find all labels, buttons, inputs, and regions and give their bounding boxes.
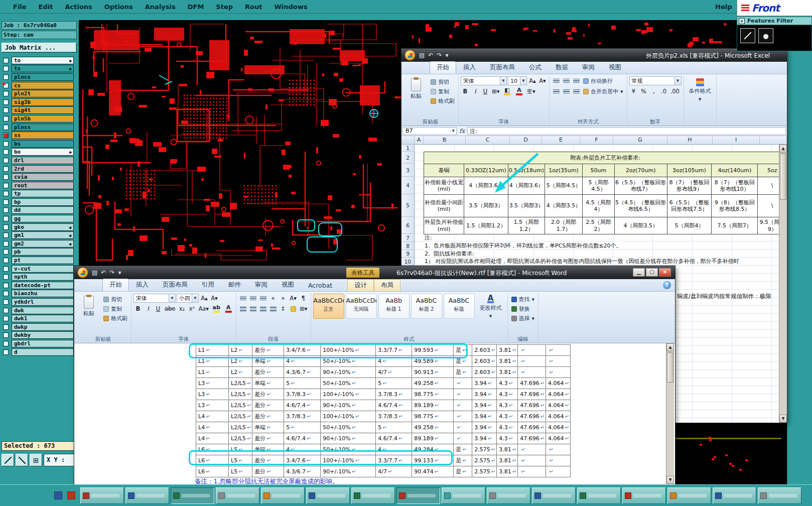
grow-font-button[interactable]: A▴ [200,294,209,303]
word-table-cell[interactable]: 47.696 [518,378,546,389]
layer-checkbox-bo[interactable] [3,149,9,155]
style-chip-3[interactable]: AaBb标题 1 [378,294,410,319]
word-table-cell[interactable]: 3.81 [497,444,518,455]
word-table-cell[interactable] [454,422,472,433]
layer-row-dd[interactable]: dd [0,206,79,215]
layer-row-pln2t[interactable]: pln2t [0,89,79,98]
font-size-select[interactable]: 10▼ [508,76,527,85]
align-right-icon[interactable] [572,87,581,96]
word-table-cell[interactable]: 4.6/7.4 [284,433,321,444]
menu-windows[interactable]: Windows [274,3,307,11]
word-vertical-scrollbar[interactable]: ▲ ▼ [666,343,674,484]
word-table-cell[interactable]: 3.81 [497,455,518,466]
word-table-cell[interactable]: L4 [196,411,229,422]
column-header-E[interactable]: E [542,136,580,144]
word-table-cell[interactable] [518,455,546,466]
column-header-B[interactable]: B [424,136,466,144]
taskbar-button-10[interactable] [487,487,530,504]
word-table-cell[interactable]: 3.94 [472,389,497,400]
layer-row-sig3b[interactable]: sig3b [0,98,79,106]
excel-cell[interactable]: 5（局部4.5） [583,177,615,195]
scroll-down-icon[interactable]: ▼ [666,476,674,484]
word-table-cell[interactable]: L3 [196,378,229,389]
layer-checkbox-gm2[interactable] [3,241,9,246]
conditional-formatting-button[interactable]: 条件格式 ▾ [686,76,714,102]
grid-view-button[interactable]: ⊞ [30,454,42,466]
layer-checkbox-sig4t[interactable] [3,107,9,113]
row-header-10[interactable]: 10 [401,258,414,266]
taskbar-button-12[interactable] [577,487,621,504]
word-table-cell[interactable]: 3.94 [472,411,497,422]
layer-checkbox-dwk[interactable] [3,308,9,313]
excel-tab-2[interactable]: 页面布局 [483,61,522,74]
cut-button[interactable]: 剪切 [102,295,129,304]
word-table-cell[interactable]: 差分 [252,433,284,444]
row-header-8[interactable]: 8 [401,242,414,250]
layer-row-to[interactable]: to◆ [0,56,79,65]
select-button[interactable]: 选择▾ [510,314,536,323]
excel-cell[interactable]: 5（4.5）（整板回形布线6.5） [614,195,667,217]
word-table-cell[interactable]: 47.696 [518,411,546,422]
borders-button[interactable]: ⊞▾ [491,87,500,96]
row-header-2[interactable]: 2 [401,152,414,164]
word-table-cell[interactable]: 2.575 [472,455,497,466]
word-table-cell[interactable]: 4.064 [546,400,571,411]
layer-row-dwkp[interactable]: dwkp [0,323,79,331]
taskbar-button-6[interactable] [306,487,350,504]
column-header-G[interactable]: G [613,136,667,144]
word-table-cell[interactable]: 50+/-10% [321,378,376,389]
menu-rout[interactable]: Rout [245,3,262,11]
office-button[interactable] [404,50,416,61]
column-header-C[interactable]: C [466,136,510,144]
layer-checkbox-to[interactable] [3,58,9,63]
excel-tab-4[interactable]: 数据 [549,61,575,74]
undo-icon[interactable]: ↶ [101,269,106,276]
taskbar-button-14[interactable] [667,487,711,504]
word-table-cell[interactable]: 5 [284,378,321,389]
excel-tab-3[interactable]: 公式 [522,61,549,74]
excel-cell[interactable]: 6（5.5）（整板回形布线7） [614,177,667,195]
wrap-text-button[interactable]: 自动换行 [582,77,614,85]
layer-checkbox-gg[interactable] [3,216,9,221]
layer-row-cs[interactable]: ▶cs [0,81,79,90]
excel-vertical-scrollbar[interactable]: ▲ ▼ [779,145,787,423]
measure-tool-button[interactable] [16,454,28,466]
taskbar-button-8[interactable] [396,487,440,504]
scrollbar-thumb[interactable] [667,352,673,383]
excel-tab-6[interactable]: 视图 [602,61,628,74]
word-table-cell[interactable] [546,444,571,455]
close-button[interactable]: × [659,268,671,277]
minimize-button[interactable]: ▁ [633,268,645,277]
taskbar-button-11[interactable] [532,487,576,504]
word-table-cell[interactable]: 是 [454,444,472,455]
style-chip-4[interactable]: AaBbC标题 2 [411,294,442,319]
word-table-cell[interactable]: L5 [229,466,252,477]
word-table-cell[interactable]: L2/L5 [229,400,252,411]
layer-row-tp[interactable]: tp [0,190,79,198]
fx-icon[interactable]: fx [459,128,465,135]
decrease-decimal-button[interactable]: .00 [669,87,681,96]
layer-row-biaozhu[interactable]: biaozhu [0,290,79,298]
menu-help[interactable]: Help [715,3,732,11]
layer-row-2rd[interactable]: 2rd [0,165,79,173]
excel-row-label[interactable]: 补偿后最小间距(mil) [424,195,464,217]
column-header-D[interactable]: D [510,136,542,144]
bold-button[interactable]: B [461,87,470,96]
word-titlebar[interactable]: ▤ ↶ ↷ ▾ 表格工具 6s7rv046a0-阻抗设计(New).rtf [兼… [74,266,675,279]
excel-cell[interactable]: 4（局部3.5） [614,217,667,234]
word-table-cell[interactable]: 5 [376,378,412,389]
word-tab-6[interactable]: 视图 [275,279,301,291]
show-marks-button[interactable]: ¶ [299,294,308,303]
word-table-cell[interactable]: L2/L5 [229,411,252,422]
word-table-cell[interactable]: 47.696 [518,433,546,444]
excel-cell[interactable]: 8（7）（整板回形布线9） [667,177,712,195]
word-table-cell[interactable]: 98.775 [412,389,454,400]
word-table-cell[interactable]: 4.3/6.7 [284,367,321,378]
layer-checkbox-ts[interactable] [3,66,9,71]
column-header-F[interactable]: F [580,136,613,144]
underline-button[interactable]: U [481,87,490,96]
layer-row-pb[interactable]: pb [0,248,79,257]
highlight-color-button[interactable]: ab [211,304,222,313]
word-table-cell[interactable]: L3 [196,389,229,400]
layer-checkbox-pln2t[interactable] [3,91,9,96]
